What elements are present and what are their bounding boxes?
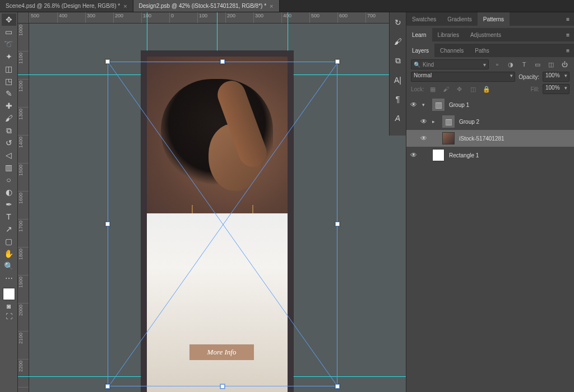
lock-position-icon[interactable]: ✥ (455, 84, 465, 94)
move-tool[interactable]: ✥ (2, 13, 16, 26)
para-panel-icon[interactable]: ¶ (396, 95, 400, 104)
lasso-tool[interactable]: ➰ (2, 38, 16, 50)
visibility-toggle[interactable]: 👁 (420, 134, 428, 142)
visibility-toggle[interactable]: 👁 (410, 101, 418, 109)
filter-toggle-icon[interactable]: ⏻ (559, 59, 570, 69)
clone-panel-icon[interactable]: ⧉ (395, 56, 401, 66)
transform-bounds[interactable] (108, 62, 337, 386)
visibility-toggle[interactable]: 👁 (420, 118, 428, 125)
panel-menu-icon[interactable]: ≡ (562, 44, 574, 57)
collapsed-panel-dock: ↻ 🖌 ⧉ A| ¶ A (389, 12, 406, 136)
history-brush-tool[interactable]: ↺ (2, 137, 16, 149)
wand-tool[interactable]: ✦ (2, 50, 16, 63)
visibility-toggle[interactable]: 👁 (410, 151, 418, 159)
tab-libraries[interactable]: Libraries (432, 28, 465, 41)
pen-tool[interactable]: ✒ (2, 198, 16, 211)
transform-handle-w[interactable] (105, 222, 110, 226)
layer-group1[interactable]: 👁 ▾ ▥ Group 1 (406, 96, 574, 113)
blend-mode-select[interactable]: Normal (411, 72, 515, 82)
tab-label: Scene4.psd @ 26.8% (Design Here, RGB/8) … (6, 3, 120, 9)
ruler-horizontal[interactable]: 500 400 300 200 100 0 100 200 300 400 50… (29, 12, 406, 24)
transform-handle-s[interactable] (220, 384, 225, 389)
history-icon[interactable]: ↻ (395, 18, 401, 27)
panelgroup-swatches: Swatches Gradients Patterns ≡ (406, 12, 574, 26)
brush-panel-icon[interactable]: 🖌 (394, 37, 402, 46)
crop-tool[interactable]: ◫ (2, 63, 16, 75)
char-panel-icon[interactable]: A| (394, 76, 401, 85)
expand-icon[interactable]: ▾ (422, 102, 428, 108)
lock-artboard-icon[interactable]: ◫ (468, 84, 478, 94)
quickmask-toggle[interactable]: ◙ (7, 302, 11, 310)
tab-layers[interactable]: Layers (406, 44, 434, 57)
screenmode-toggle[interactable]: ⛶ (6, 312, 12, 320)
zoom-tool[interactable]: 🔍 (2, 260, 16, 272)
layer-group2[interactable]: 👁 ▸ ▥ Group 2 (406, 113, 574, 130)
panel-menu-icon[interactable]: ≡ (562, 28, 574, 41)
tab-scene4[interactable]: Scene4.psd @ 26.8% (Design Here, RGB/8) … (0, 0, 133, 12)
filter-type-icon[interactable]: T (519, 59, 529, 69)
dodge-tool[interactable]: ◐ (2, 186, 16, 198)
lock-all-icon[interactable]: 🔒 (482, 84, 492, 94)
expand-icon[interactable]: ▸ (432, 119, 438, 124)
toolbox: ✥ ▭ ➰ ✦ ◫ ◳ ✎ ✚ 🖌 ⧉ ↺ ◁ ▥ ○ ◐ ✒ T ↗ ▢ ✋ … (0, 12, 18, 392)
close-icon[interactable]: × (270, 3, 273, 10)
heal-tool[interactable]: ✚ (2, 100, 16, 112)
filter-shape-icon[interactable]: ▭ (533, 59, 543, 69)
ruler-origin[interactable] (18, 12, 29, 24)
folder-icon: ▥ (432, 99, 445, 111)
edit-toolbar[interactable]: ⋯ (2, 272, 16, 284)
transform-handle-se[interactable] (335, 384, 340, 389)
fill-input[interactable]: 100% (543, 84, 570, 94)
lock-pixels-icon[interactable]: ▦ (428, 84, 438, 94)
tab-patterns[interactable]: Patterns (478, 12, 510, 26)
layer-filter-kind[interactable]: 🔍 Kind ▾ (411, 59, 489, 69)
tab-gradients[interactable]: Gradients (442, 12, 477, 26)
transform-handle-n[interactable] (220, 59, 225, 64)
panel-menu-icon[interactable]: ≡ (562, 12, 574, 26)
search-icon: 🔍 (414, 62, 420, 68)
tab-design2[interactable]: Design2.psb @ 42% (iStock-517401281, RGB… (133, 0, 280, 12)
frame-tool[interactable]: ◳ (2, 75, 16, 87)
filter-image-icon[interactable]: ▫ (492, 59, 502, 69)
tab-channels[interactable]: Channels (434, 44, 469, 57)
layer-thumbnail[interactable] (442, 132, 455, 144)
transform-handle-e[interactable] (335, 222, 340, 226)
transform-handle-sw[interactable] (105, 384, 110, 389)
transform-handle-nw[interactable] (105, 59, 110, 64)
document-tabs: Scene4.psd @ 26.8% (Design Here, RGB/8) … (0, 0, 574, 12)
eyedropper-tool[interactable]: ✎ (2, 87, 16, 100)
tab-swatches[interactable]: Swatches (406, 12, 442, 26)
layer-thumbnail[interactable] (432, 149, 445, 161)
ruler-vertical[interactable]: 1000 1100 1200 1300 1400 1500 1600 1700 … (18, 24, 29, 392)
filter-smart-icon[interactable]: ◫ (546, 59, 556, 69)
tab-adjustments[interactable]: Adjustments (465, 28, 507, 41)
layer-istock[interactable]: 👁 iStock-517401281 (406, 130, 574, 147)
transform-diagonals (108, 62, 338, 387)
lock-paint-icon[interactable]: 🖌 (441, 84, 451, 94)
hand-tool[interactable]: ✋ (2, 248, 16, 260)
shape-tool[interactable]: ▢ (2, 235, 16, 248)
close-icon[interactable]: × (123, 3, 127, 10)
filter-adjust-icon[interactable]: ◑ (506, 59, 516, 69)
tab-learn[interactable]: Learn (406, 28, 432, 41)
lock-label: Lock: (411, 86, 424, 92)
type-tool[interactable]: T (2, 211, 16, 223)
marquee-tool[interactable]: ▭ (2, 26, 16, 38)
tabbar-spacer (280, 0, 574, 12)
eraser-tool[interactable]: ◁ (2, 149, 16, 161)
brush-tool[interactable]: 🖌 (2, 112, 16, 124)
glyph-panel-icon[interactable]: A (395, 114, 400, 123)
color-swatch[interactable] (3, 288, 15, 300)
panelgroup-layers: Layers Channels Paths ≡ (406, 44, 574, 57)
stamp-tool[interactable]: ⧉ (2, 124, 16, 137)
transform-handle-ne[interactable] (335, 59, 340, 64)
blur-tool[interactable]: ○ (2, 174, 16, 186)
layer-list: 👁 ▾ ▥ Group 1 👁 ▸ ▥ Group 2 👁 iStock-517… (406, 96, 574, 392)
gradient-tool[interactable]: ▥ (2, 161, 16, 174)
tab-paths[interactable]: Paths (469, 44, 495, 57)
opacity-input[interactable]: 100% (543, 72, 570, 82)
path-tool[interactable]: ↗ (2, 223, 16, 235)
layer-rectangle1[interactable]: 👁 Rectangle 1 (406, 147, 574, 164)
canvas-area[interactable]: 500 400 300 200 100 0 100 200 300 400 50… (18, 12, 406, 392)
layers-controls: 🔍 Kind ▾ ▫ ◑ T ▭ ◫ ⏻ Normal Opacity: (406, 57, 574, 96)
